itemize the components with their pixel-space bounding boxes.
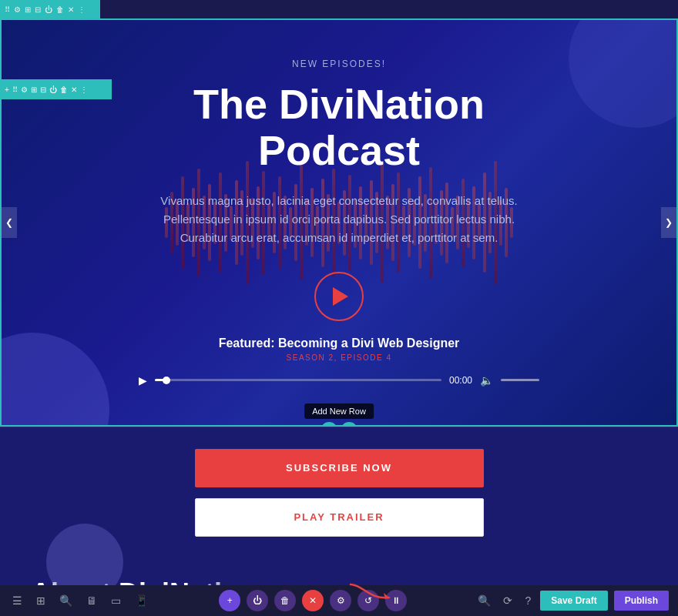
top-toolbar[interactable]: ⠿ ⚙ ⊞ ⊟ ⏻ 🗑 ✕ ⋮: [0, 0, 100, 18]
episode-label: SEASON 2, EPISODE 4: [139, 353, 539, 362]
hero-description: Vivamus magna justo, lacinia eget consec…: [139, 192, 539, 247]
help-icon[interactable]: ?: [522, 591, 534, 610]
play-trailer-button[interactable]: PLAY TRAILER: [195, 498, 484, 537]
history-icon[interactable]: ↺: [357, 590, 379, 611]
hero-title-line1: The DiviNation: [193, 81, 485, 127]
hero-title-line2: Podcast: [258, 127, 420, 173]
move-section-icon[interactable]: ⠿: [12, 85, 18, 94]
close-module-icon[interactable]: ✕: [302, 590, 324, 611]
close-icon[interactable]: ✕: [68, 5, 74, 14]
tablet-icon[interactable]: ▭: [108, 591, 124, 610]
audio-player: ▶ 00:00 🔈: [139, 374, 539, 387]
more-icon[interactable]: ⋮: [78, 5, 86, 14]
builder-right-tools: 🔍 ⟳ ? Save Draft Publish: [475, 591, 669, 611]
search-bottom-icon[interactable]: 🔍: [56, 591, 76, 610]
search-right-icon[interactable]: 🔍: [475, 591, 494, 610]
columns-section-icon[interactable]: ⊟: [40, 85, 46, 94]
add-module-button[interactable]: +: [219, 590, 240, 611]
builder-center-tools: + ⏻ 🗑 ✕ ⚙ ↺ ⏸: [219, 590, 407, 611]
section-toolbar[interactable]: + ⠿ ⚙ ⊞ ⊟ ⏻ 🗑 ✕ ⋮: [0, 79, 112, 99]
progress-bar[interactable]: [155, 379, 441, 381]
list-view-icon[interactable]: ☰: [9, 591, 25, 610]
volume-icon[interactable]: 🔈: [480, 374, 493, 387]
columns-icon[interactable]: ⊟: [35, 5, 41, 14]
time-display: 00:00: [449, 375, 472, 386]
power-module-icon[interactable]: ⏻: [247, 590, 268, 611]
pause-icon[interactable]: ⏸: [385, 590, 407, 611]
featured-title: Featured: Becoming a Divi Web Designer: [139, 336, 539, 350]
play-triangle-icon: [333, 287, 348, 306]
hero-title: The DiviNation Podcast: [139, 82, 539, 173]
play-button[interactable]: [314, 272, 364, 321]
settings-icon[interactable]: ⚙: [14, 5, 21, 14]
layout-section-icon[interactable]: ⊞: [31, 85, 37, 94]
power-section-icon[interactable]: ⏻: [49, 85, 57, 94]
audio-play-button[interactable]: ▶: [139, 374, 147, 387]
add-row-area: Add New Row + +: [304, 403, 374, 427]
builder-left-tools: ☰ ⊞ 🔍 🖥 ▭ 📱: [9, 591, 151, 610]
more-section-icon[interactable]: ⋮: [80, 85, 88, 94]
trash-icon[interactable]: 🗑: [56, 5, 64, 14]
settings-module-icon[interactable]: ⚙: [330, 590, 351, 611]
desktop-icon[interactable]: 🖥: [83, 591, 100, 610]
progress-dot: [163, 377, 170, 384]
portability-icon[interactable]: ⟳: [500, 591, 515, 610]
save-draft-button[interactable]: Save Draft: [540, 591, 607, 611]
volume-bar[interactable]: [501, 379, 539, 381]
subscribe-button[interactable]: SUBSCRIBE NOW: [195, 449, 484, 487]
move-icon[interactable]: ⠿: [5, 5, 10, 14]
add-row-tooltip: Add New Row: [304, 403, 374, 419]
publish-button[interactable]: Publish: [614, 591, 669, 611]
nav-arrow-right[interactable]: ❯: [661, 207, 676, 238]
nav-arrow-left[interactable]: ❮: [2, 207, 17, 238]
trash-module-icon[interactable]: 🗑: [274, 590, 296, 611]
hero-content: NEW EPISODES! The DiviNation Podcast Viv…: [92, 59, 586, 387]
new-episodes-label: NEW EPISODES!: [139, 59, 539, 69]
layout-icon[interactable]: ⊞: [25, 5, 31, 14]
wireframe-icon[interactable]: ⊞: [33, 591, 49, 610]
trash-section-icon[interactable]: 🗑: [60, 85, 68, 94]
add-section-icon[interactable]: +: [5, 85, 9, 94]
phone-icon[interactable]: 📱: [132, 591, 151, 610]
power-icon[interactable]: ⏻: [45, 5, 52, 14]
settings-section-icon[interactable]: ⚙: [21, 85, 28, 94]
close-section-icon[interactable]: ✕: [71, 85, 77, 94]
builder-toolbar: ☰ ⊞ 🔍 🖥 ▭ 📱 + ⏻ 🗑 ✕ ⚙ ↺ ⏸ 🔍 ⟳ ? Save Dra…: [0, 585, 678, 616]
